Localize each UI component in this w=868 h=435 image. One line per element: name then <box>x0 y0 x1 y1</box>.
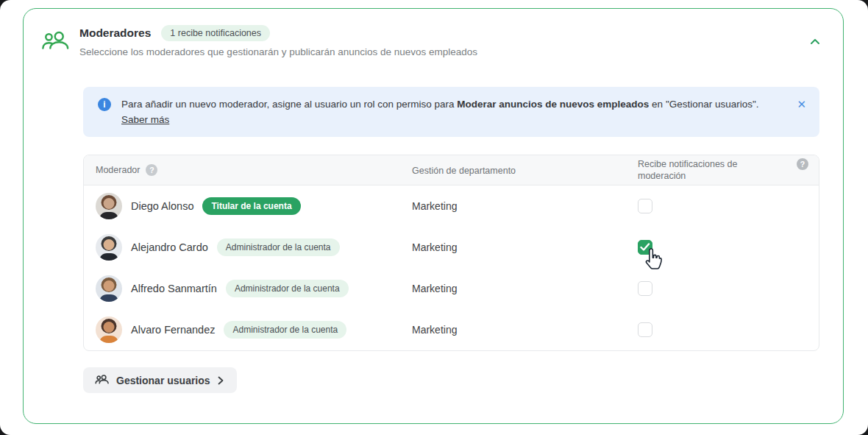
table-row: Alejandro Cardo Administrador de la cuen… <box>84 227 819 268</box>
avatar-face <box>104 239 115 250</box>
avatar-shirt <box>99 253 119 261</box>
banner-text: Para añadir un nuevo moderador, asigne a… <box>121 96 797 127</box>
avatar <box>96 234 122 261</box>
banner-text-after: en "Gestionar usuarios". <box>649 99 758 110</box>
notifications-checkbox[interactable] <box>638 322 652 337</box>
moderators-people-icon <box>41 29 69 54</box>
banner-text-bold: Moderar anuncios de nuevos empleados <box>457 99 649 110</box>
table-body: Diego Alonso Titular de la cuenta Market… <box>84 185 819 350</box>
avatar <box>96 193 122 219</box>
role-badge: Administrador de la cuenta <box>224 321 346 339</box>
moderator-name: Diego Alonso <box>131 200 193 212</box>
table-row: Alvaro Fernandez Administrador de la cue… <box>84 309 819 350</box>
avatar <box>96 316 122 343</box>
hand-cursor-icon <box>644 247 664 271</box>
notifications-checkbox[interactable] <box>638 281 652 296</box>
department-cell: Marketing <box>412 200 457 212</box>
table-row: Diego Alonso Titular de la cuenta Market… <box>84 185 819 227</box>
avatar-face <box>104 280 115 291</box>
moderator-name: Alvaro Fernandez <box>131 324 215 336</box>
close-banner-icon[interactable]: ✕ <box>797 98 806 111</box>
header-text-block: Moderadores 1 recibe notificaciones Sele… <box>79 25 806 57</box>
learn-more-link[interactable]: Saber más <box>121 114 169 125</box>
card-header: Moderadores 1 recibe notificaciones Sele… <box>24 9 843 57</box>
info-icon: i <box>98 98 111 111</box>
help-icon[interactable]: ? <box>797 158 808 170</box>
avatar-shirt <box>99 212 119 219</box>
page-title: Moderadores <box>79 26 151 40</box>
notifications-count-badge: 1 recibe notificaciones <box>161 25 270 41</box>
table-header-row: Moderador ? Gestión de departamento Reci… <box>84 155 819 185</box>
info-banner: i Para añadir un nuevo moderador, asigne… <box>83 87 819 137</box>
manage-users-label: Gestionar usuarios <box>116 375 210 386</box>
avatar-shirt <box>99 294 119 302</box>
chevron-up-icon <box>810 38 820 45</box>
moderator-name: Alejandro Cardo <box>131 241 208 253</box>
help-icon[interactable]: ? <box>146 164 157 176</box>
avatar <box>96 275 122 302</box>
moderator-name: Alfredo Sanmartín <box>131 283 217 294</box>
manage-users-icon <box>95 374 109 386</box>
avatar-face <box>104 322 115 333</box>
table-row: Alfredo Sanmartín Administrador de la cu… <box>84 268 819 309</box>
department-cell: Marketing <box>412 283 457 294</box>
department-cell: Marketing <box>412 324 457 336</box>
moderators-card: Moderadores 1 recibe notificaciones Sele… <box>23 8 844 424</box>
role-badge: Titular de la cuenta <box>202 197 300 215</box>
screen: Moderadores 1 recibe notificaciones Sele… <box>0 0 868 435</box>
department-cell: Marketing <box>412 241 457 253</box>
banner-text-before: Para añadir un nuevo moderador, asigne a… <box>121 99 457 110</box>
column-header-moderator: Moderador <box>96 165 140 175</box>
page-subtitle: Seleccione los moderadores que gestionar… <box>79 46 806 57</box>
column-header-department: Gestión de departamento <box>412 166 516 176</box>
moderators-table: Moderador ? Gestión de departamento Reci… <box>83 155 819 351</box>
column-header-notifications: Recibe notificaciones de moderación <box>638 158 755 182</box>
chevron-right-icon <box>218 376 224 385</box>
manage-users-button[interactable]: Gestionar usuarios <box>83 367 237 393</box>
collapse-section-button[interactable] <box>806 32 824 50</box>
card-content: i Para añadir un nuevo moderador, asigne… <box>24 87 843 393</box>
page-background: Moderadores 1 recibe notificaciones Sele… <box>0 0 868 435</box>
role-badge: Administrador de la cuenta <box>217 238 340 256</box>
role-badge: Administrador de la cuenta <box>226 280 349 297</box>
avatar-shirt <box>99 336 119 343</box>
notifications-checkbox[interactable] <box>638 199 652 213</box>
avatar-face <box>104 198 115 209</box>
notifications-checkbox[interactable] <box>638 240 652 255</box>
